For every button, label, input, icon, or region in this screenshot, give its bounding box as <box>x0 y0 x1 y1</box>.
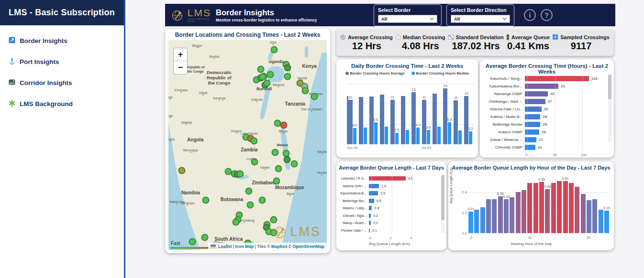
hour-bar[interactable]: 0.51 <box>563 181 568 233</box>
attribution-link[interactable]: OpenStreetMap <box>292 244 324 249</box>
border-marker[interactable] <box>202 197 210 204</box>
border-marker[interactable] <box>201 234 209 241</box>
hour-bar[interactable] <box>592 199 597 233</box>
hour-bar[interactable] <box>533 183 538 233</box>
avg-bar[interactable] <box>359 97 363 144</box>
border-filter-select[interactable]: All <box>378 15 437 23</box>
hour-bar[interactable]: 0.21 <box>468 212 473 233</box>
median-bar[interactable] <box>364 128 367 144</box>
avg-bar[interactable] <box>401 96 405 144</box>
sidebar-item-corridor-insights[interactable]: Corridor Insights <box>9 79 115 87</box>
avg-bar[interactable] <box>380 95 384 144</box>
hour-bar[interactable] <box>486 199 491 233</box>
avg-bar[interactable]: 13 <box>411 92 416 144</box>
border-marker[interactable] <box>271 46 278 53</box>
hour-bar[interactable] <box>569 183 574 233</box>
median-bar[interactable]: 5.5 <box>374 122 378 144</box>
border-marker[interactable] <box>283 156 290 163</box>
hour-bar[interactable] <box>516 192 521 233</box>
hour-bar[interactable] <box>587 200 591 233</box>
median-bar[interactable]: 3.2 <box>469 131 472 144</box>
border-marker[interactable] <box>280 121 287 128</box>
border-marker[interactable] <box>284 73 291 80</box>
median-bar[interactable] <box>385 127 388 144</box>
border-marker[interactable] <box>257 66 264 73</box>
median-bar[interactable] <box>437 127 441 144</box>
help-icon[interactable]: ? <box>541 9 553 21</box>
hour-bar[interactable] <box>581 194 586 233</box>
attribution-link[interactable]: Mapbox <box>271 244 288 249</box>
border-marker[interactable] <box>291 160 298 168</box>
h-bar[interactable] <box>369 184 379 188</box>
border-marker[interactable] <box>245 188 253 195</box>
h-bar[interactable] <box>525 91 548 96</box>
border-marker[interactable] <box>251 159 258 166</box>
attribution-link[interactable]: Leaflet <box>218 244 232 249</box>
zoom-out-button[interactable]: − <box>174 61 187 74</box>
border-marker[interactable] <box>258 197 266 204</box>
sidebar-item-lms-background[interactable]: LMS Background <box>9 100 115 108</box>
attribution-link[interactable]: Icon Map <box>235 244 254 249</box>
map-canvas[interactable]: Republic of the CongoDemocratic Republic… <box>168 40 327 250</box>
h-bar[interactable] <box>525 145 535 150</box>
avg-bar[interactable] <box>433 94 437 144</box>
border-marker[interactable] <box>284 64 291 71</box>
hour-bar[interactable] <box>551 183 556 233</box>
border-marker[interactable] <box>178 167 186 174</box>
median-bar[interactable] <box>458 130 462 144</box>
zoom-in-button[interactable]: + <box>174 48 187 61</box>
median-bar[interactable] <box>406 130 409 144</box>
h-bar[interactable] <box>369 176 406 181</box>
border-marker[interactable] <box>272 149 279 156</box>
avg-bar[interactable]: 11 <box>422 100 426 144</box>
hour-bar[interactable] <box>480 207 485 233</box>
border-marker[interactable] <box>233 219 240 226</box>
hour-bar[interactable] <box>527 183 532 233</box>
median-bar[interactable]: 5.5 <box>448 122 451 144</box>
border-marker[interactable] <box>275 165 282 172</box>
avg-bar[interactable]: 11 <box>390 100 395 144</box>
avg-bar[interactable]: 12 <box>464 96 468 144</box>
median-bar[interactable]: 3.6 <box>427 130 430 144</box>
hour-bar[interactable]: 0.43 <box>545 189 550 233</box>
hour-bar[interactable] <box>522 190 526 233</box>
info-icon[interactable]: i <box>524 9 536 21</box>
border-marker[interactable] <box>189 238 196 245</box>
border-marker[interactable] <box>263 79 270 86</box>
hour-bar[interactable] <box>474 210 479 233</box>
avg-bar[interactable]: 14 <box>443 88 447 144</box>
hour-bar[interactable]: 0.36 <box>498 196 503 233</box>
median-bar[interactable]: 2.9 <box>395 133 399 145</box>
hour-bar[interactable]: 0.50 <box>539 182 544 233</box>
border-marker[interactable] <box>236 170 244 177</box>
avg-bar[interactable]: 11 <box>348 100 353 144</box>
border-marker[interactable] <box>301 87 309 94</box>
sidebar-item-border-insights[interactable]: Border Insights <box>9 37 115 45</box>
median-bar[interactable]: 4.0 <box>353 128 356 144</box>
queue-chart-scrollbar-thumb[interactable] <box>441 175 444 220</box>
border-marker[interactable] <box>247 202 254 209</box>
hour-bar[interactable] <box>557 181 562 233</box>
h-bar[interactable] <box>369 191 378 195</box>
median-bar[interactable]: 4.2 <box>416 128 420 144</box>
hour-bar[interactable] <box>599 210 603 233</box>
border-marker[interactable] <box>273 177 280 184</box>
hour-bar[interactable]: 0.33 <box>504 199 509 233</box>
border-marker[interactable] <box>267 71 274 78</box>
hour-bar[interactable] <box>510 197 514 233</box>
border-direction-filter-select[interactable]: All <box>451 15 510 23</box>
h-bar[interactable] <box>525 76 589 81</box>
bar-track: 37 <box>525 99 606 104</box>
border-marker[interactable] <box>311 93 318 100</box>
hour-bar[interactable] <box>575 187 579 233</box>
hour-bar[interactable]: 0.22 <box>604 211 609 233</box>
h-bar[interactable] <box>525 137 536 142</box>
sidebar-item-port-insights[interactable]: Port Insights <box>9 58 115 66</box>
hour-bar[interactable] <box>492 199 497 233</box>
crossing-chart-scrollbar-thumb[interactable] <box>608 75 611 99</box>
border-marker[interactable] <box>251 138 258 145</box>
avg-bar[interactable]: 11 <box>454 100 458 144</box>
border-marker[interactable] <box>270 216 278 223</box>
h-bar[interactable] <box>525 99 545 104</box>
h-bar[interactable] <box>525 84 558 89</box>
